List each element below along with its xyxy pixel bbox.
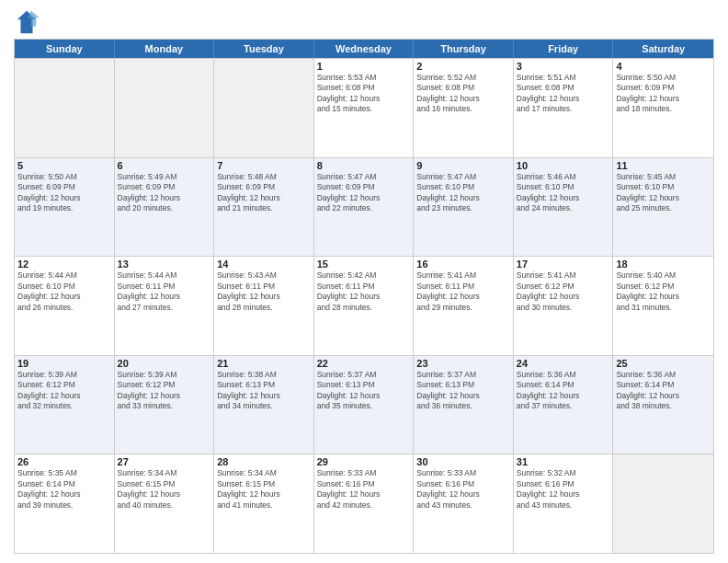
day-info: Sunrise: 5:36 AM Sunset: 6:14 PM Dayligh… bbox=[616, 370, 711, 412]
day-info: Sunrise: 5:50 AM Sunset: 6:09 PM Dayligh… bbox=[17, 172, 111, 214]
day-cell: 26Sunrise: 5:35 AM Sunset: 6:14 PM Dayli… bbox=[15, 454, 115, 553]
day-number: 27 bbox=[118, 456, 211, 467]
day-cell: 4Sunrise: 5:50 AM Sunset: 6:09 PM Daylig… bbox=[613, 59, 713, 157]
week-row: 26Sunrise: 5:35 AM Sunset: 6:14 PM Dayli… bbox=[15, 454, 713, 553]
day-header-monday: Monday bbox=[115, 40, 215, 58]
day-number: 2 bbox=[416, 61, 510, 72]
day-cell: 29Sunrise: 5:33 AM Sunset: 6:16 PM Dayli… bbox=[314, 454, 415, 553]
day-info: Sunrise: 5:38 AM Sunset: 6:13 PM Dayligh… bbox=[217, 370, 311, 412]
day-info: Sunrise: 5:33 AM Sunset: 6:16 PM Dayligh… bbox=[317, 468, 411, 511]
day-info: Sunrise: 5:43 AM Sunset: 6:11 PM Dayligh… bbox=[217, 270, 311, 313]
day-info: Sunrise: 5:42 AM Sunset: 6:11 PM Dayligh… bbox=[317, 270, 411, 313]
day-info: Sunrise: 5:47 AM Sunset: 6:09 PM Dayligh… bbox=[317, 172, 411, 214]
page: SundayMondayTuesdayWednesdayThursdayFrid… bbox=[0, 0, 728, 563]
day-cell: 18Sunrise: 5:40 AM Sunset: 6:12 PM Dayli… bbox=[613, 257, 713, 355]
day-header-tuesday: Tuesday bbox=[214, 40, 314, 58]
day-number: 3 bbox=[517, 61, 610, 72]
header bbox=[14, 9, 714, 35]
day-number: 26 bbox=[17, 456, 111, 467]
day-number: 5 bbox=[17, 160, 111, 171]
day-info: Sunrise: 5:37 AM Sunset: 6:13 PM Dayligh… bbox=[317, 370, 411, 412]
day-number: 18 bbox=[616, 259, 711, 270]
day-info: Sunrise: 5:41 AM Sunset: 6:12 PM Dayligh… bbox=[517, 270, 610, 313]
day-number: 28 bbox=[217, 456, 311, 467]
day-cell: 1Sunrise: 5:53 AM Sunset: 6:08 PM Daylig… bbox=[314, 59, 415, 157]
day-number: 8 bbox=[317, 160, 411, 171]
day-number: 31 bbox=[517, 456, 610, 467]
day-cell bbox=[15, 59, 115, 157]
day-info: Sunrise: 5:40 AM Sunset: 6:12 PM Dayligh… bbox=[616, 270, 711, 313]
day-info: Sunrise: 5:44 AM Sunset: 6:11 PM Dayligh… bbox=[118, 270, 211, 313]
week-row: 1Sunrise: 5:53 AM Sunset: 6:08 PM Daylig… bbox=[15, 58, 713, 157]
day-info: Sunrise: 5:49 AM Sunset: 6:09 PM Dayligh… bbox=[118, 172, 211, 214]
week-row: 19Sunrise: 5:39 AM Sunset: 6:12 PM Dayli… bbox=[15, 355, 713, 454]
day-info: Sunrise: 5:33 AM Sunset: 6:16 PM Dayligh… bbox=[416, 468, 510, 511]
day-cell: 21Sunrise: 5:38 AM Sunset: 6:13 PM Dayli… bbox=[214, 356, 314, 454]
day-cell: 12Sunrise: 5:44 AM Sunset: 6:10 PM Dayli… bbox=[15, 257, 115, 355]
day-number: 20 bbox=[118, 358, 211, 369]
day-info: Sunrise: 5:50 AM Sunset: 6:09 PM Dayligh… bbox=[616, 73, 711, 115]
day-header-wednesday: Wednesday bbox=[314, 40, 415, 58]
day-number: 6 bbox=[118, 160, 211, 171]
day-number: 24 bbox=[517, 358, 610, 369]
day-number: 7 bbox=[217, 160, 311, 171]
day-info: Sunrise: 5:36 AM Sunset: 6:14 PM Dayligh… bbox=[517, 370, 610, 412]
day-info: Sunrise: 5:32 AM Sunset: 6:16 PM Dayligh… bbox=[517, 468, 610, 511]
day-cell: 13Sunrise: 5:44 AM Sunset: 6:11 PM Dayli… bbox=[115, 257, 215, 355]
day-header-saturday: Saturday bbox=[613, 40, 713, 58]
day-headers: SundayMondayTuesdayWednesdayThursdayFrid… bbox=[15, 40, 713, 58]
calendar: SundayMondayTuesdayWednesdayThursdayFrid… bbox=[14, 39, 714, 554]
day-cell: 10Sunrise: 5:46 AM Sunset: 6:10 PM Dayli… bbox=[514, 158, 614, 257]
day-number: 12 bbox=[17, 259, 111, 270]
day-number: 9 bbox=[416, 160, 510, 171]
day-cell: 19Sunrise: 5:39 AM Sunset: 6:12 PM Dayli… bbox=[15, 356, 115, 454]
day-cell bbox=[613, 454, 713, 553]
day-cell: 11Sunrise: 5:45 AM Sunset: 6:10 PM Dayli… bbox=[613, 158, 713, 257]
day-info: Sunrise: 5:34 AM Sunset: 6:15 PM Dayligh… bbox=[118, 468, 211, 511]
day-cell bbox=[115, 59, 215, 157]
day-info: Sunrise: 5:39 AM Sunset: 6:12 PM Dayligh… bbox=[118, 370, 211, 412]
day-info: Sunrise: 5:35 AM Sunset: 6:14 PM Dayligh… bbox=[17, 468, 111, 511]
day-info: Sunrise: 5:37 AM Sunset: 6:13 PM Dayligh… bbox=[416, 370, 510, 412]
day-number: 19 bbox=[17, 358, 111, 369]
day-info: Sunrise: 5:44 AM Sunset: 6:10 PM Dayligh… bbox=[17, 270, 111, 313]
day-header-friday: Friday bbox=[514, 40, 614, 58]
day-number: 13 bbox=[118, 259, 211, 270]
day-cell: 23Sunrise: 5:37 AM Sunset: 6:13 PM Dayli… bbox=[414, 356, 514, 454]
day-info: Sunrise: 5:46 AM Sunset: 6:10 PM Dayligh… bbox=[517, 172, 610, 214]
day-number: 14 bbox=[217, 259, 311, 270]
day-info: Sunrise: 5:48 AM Sunset: 6:09 PM Dayligh… bbox=[217, 172, 311, 214]
day-number: 30 bbox=[416, 456, 510, 467]
day-cell: 14Sunrise: 5:43 AM Sunset: 6:11 PM Dayli… bbox=[214, 257, 314, 355]
day-cell: 16Sunrise: 5:41 AM Sunset: 6:11 PM Dayli… bbox=[414, 257, 514, 355]
day-number: 16 bbox=[416, 259, 510, 270]
day-header-thursday: Thursday bbox=[414, 40, 514, 58]
day-info: Sunrise: 5:34 AM Sunset: 6:15 PM Dayligh… bbox=[217, 468, 311, 511]
day-cell: 30Sunrise: 5:33 AM Sunset: 6:16 PM Dayli… bbox=[414, 454, 514, 553]
week-row: 12Sunrise: 5:44 AM Sunset: 6:10 PM Dayli… bbox=[15, 256, 713, 355]
day-number: 10 bbox=[517, 160, 610, 171]
day-cell: 27Sunrise: 5:34 AM Sunset: 6:15 PM Dayli… bbox=[115, 454, 215, 553]
day-number: 17 bbox=[517, 259, 610, 270]
day-number: 15 bbox=[317, 259, 411, 270]
day-cell: 15Sunrise: 5:42 AM Sunset: 6:11 PM Dayli… bbox=[314, 257, 415, 355]
day-cell bbox=[214, 59, 314, 157]
day-cell: 9Sunrise: 5:47 AM Sunset: 6:10 PM Daylig… bbox=[414, 158, 514, 257]
day-cell: 7Sunrise: 5:48 AM Sunset: 6:09 PM Daylig… bbox=[214, 158, 314, 257]
day-cell: 25Sunrise: 5:36 AM Sunset: 6:14 PM Dayli… bbox=[613, 356, 713, 454]
weeks: 1Sunrise: 5:53 AM Sunset: 6:08 PM Daylig… bbox=[15, 58, 713, 553]
day-cell: 22Sunrise: 5:37 AM Sunset: 6:13 PM Dayli… bbox=[314, 356, 415, 454]
day-number: 21 bbox=[217, 358, 311, 369]
day-number: 11 bbox=[616, 160, 711, 171]
day-number: 1 bbox=[317, 61, 411, 72]
day-info: Sunrise: 5:53 AM Sunset: 6:08 PM Dayligh… bbox=[317, 73, 411, 115]
day-info: Sunrise: 5:47 AM Sunset: 6:10 PM Dayligh… bbox=[416, 172, 510, 214]
day-number: 4 bbox=[616, 61, 711, 72]
day-number: 23 bbox=[416, 358, 510, 369]
logo bbox=[14, 9, 43, 35]
day-info: Sunrise: 5:45 AM Sunset: 6:10 PM Dayligh… bbox=[616, 172, 711, 214]
day-info: Sunrise: 5:51 AM Sunset: 6:08 PM Dayligh… bbox=[517, 73, 610, 115]
day-cell: 6Sunrise: 5:49 AM Sunset: 6:09 PM Daylig… bbox=[115, 158, 215, 257]
day-cell: 3Sunrise: 5:51 AM Sunset: 6:08 PM Daylig… bbox=[514, 59, 614, 157]
day-header-sunday: Sunday bbox=[15, 40, 115, 58]
